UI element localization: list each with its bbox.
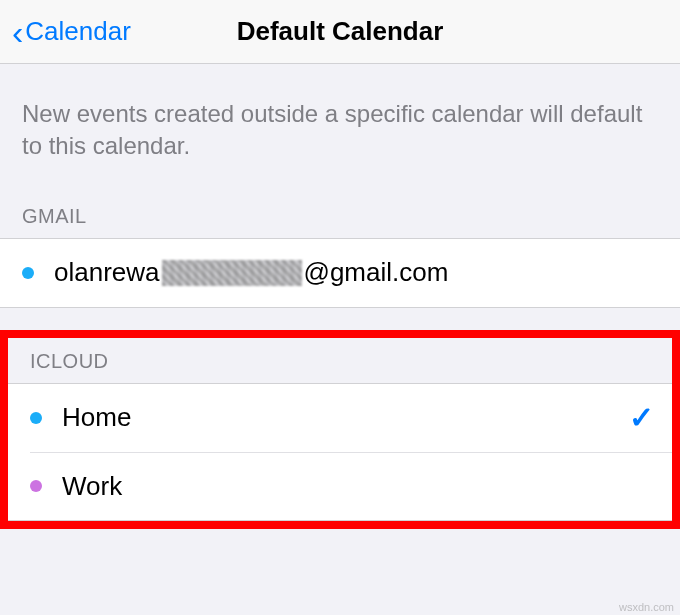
- chevron-left-icon: ‹: [12, 15, 23, 49]
- redacted-text: [162, 260, 302, 286]
- gmail-list: olanrewa@gmail.com: [0, 238, 680, 308]
- back-label: Calendar: [25, 16, 131, 47]
- highlight-annotation: ICLOUD Home ✓ Work: [0, 330, 680, 529]
- gmail-section: GMAIL olanrewa@gmail.com: [0, 193, 680, 308]
- icloud-list: Home ✓ Work: [8, 383, 672, 521]
- icloud-header: ICLOUD: [8, 350, 672, 383]
- gmail-header: GMAIL: [0, 205, 680, 238]
- color-dot-icon: [30, 480, 42, 492]
- description-text: New events created outside a specific ca…: [0, 64, 680, 193]
- page-title: Default Calendar: [237, 16, 444, 47]
- label-prefix: olanrewa: [54, 257, 160, 288]
- calendar-label: olanrewa@gmail.com: [54, 257, 662, 288]
- section-spacer: [0, 308, 680, 330]
- nav-bar: ‹ Calendar Default Calendar: [0, 0, 680, 64]
- color-dot-icon: [22, 267, 34, 279]
- calendar-row-work[interactable]: Work: [30, 452, 672, 520]
- calendar-label: Work: [62, 471, 654, 502]
- calendar-label: Home: [62, 402, 629, 433]
- color-dot-icon: [30, 412, 42, 424]
- checkmark-icon: ✓: [629, 400, 654, 435]
- back-button[interactable]: ‹ Calendar: [0, 15, 131, 49]
- label-suffix: @gmail.com: [304, 257, 449, 288]
- calendar-row-home[interactable]: Home ✓: [30, 384, 672, 452]
- icloud-section: ICLOUD Home ✓ Work: [8, 338, 672, 521]
- calendar-row-gmail[interactable]: olanrewa@gmail.com: [22, 239, 680, 307]
- watermark: wsxdn.com: [619, 601, 674, 613]
